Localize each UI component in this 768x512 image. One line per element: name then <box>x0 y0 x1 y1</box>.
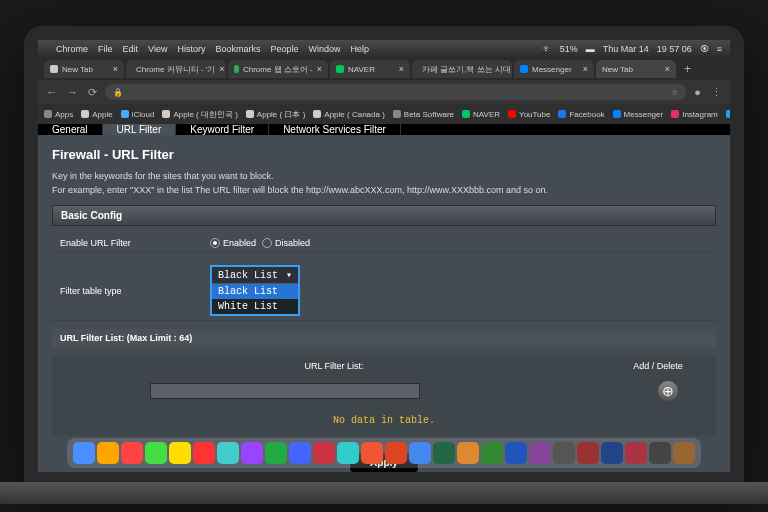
menubar-extra-icon[interactable]: ≡ <box>717 44 722 54</box>
menu-history[interactable]: History <box>177 44 205 54</box>
globe-icon <box>50 65 58 73</box>
bookmark-youtube[interactable]: YouTube <box>508 110 550 119</box>
menu-help[interactable]: Help <box>350 44 369 54</box>
date: Thu Mar 14 <box>603 44 649 54</box>
tab-3[interactable]: Chrome 웹 스토어 - × <box>228 60 328 78</box>
close-icon[interactable]: × <box>113 64 118 74</box>
profile-icon[interactable]: ● <box>692 86 703 98</box>
menu-icon[interactable]: ⋮ <box>709 86 724 99</box>
bookmark-naver[interactable]: NAVER <box>462 110 500 119</box>
bookmark-apple[interactable]: Apple <box>81 110 112 119</box>
dock-app-icon[interactable] <box>313 442 335 464</box>
battery-icon[interactable]: ▬ <box>586 44 595 54</box>
bookmark-apple-ca[interactable]: Apple ( Canada ) <box>313 110 384 119</box>
naver-icon <box>336 65 344 73</box>
battery-percent: 51% <box>560 44 578 54</box>
tab-1[interactable]: New Tab × <box>44 60 124 78</box>
time: 19 57 06 <box>657 44 692 54</box>
messenger-icon <box>520 65 528 73</box>
bookmark-twitter[interactable]: 트위터 <box>726 109 730 120</box>
dock-app-icon[interactable] <box>337 442 359 464</box>
option-white-list[interactable]: White List <box>212 299 298 314</box>
menu-people[interactable]: People <box>270 44 298 54</box>
menu-edit[interactable]: Edit <box>123 44 139 54</box>
url-filter-input[interactable] <box>150 383 420 399</box>
dock-app-icon[interactable] <box>289 442 311 464</box>
dock-app-icon[interactable] <box>169 442 191 464</box>
dock-app-icon[interactable] <box>265 442 287 464</box>
tab-keyword-filter[interactable]: Keyword Filter <box>176 124 269 135</box>
dock-app-icon[interactable] <box>529 442 551 464</box>
wifi-icon[interactable]: ᯤ <box>543 44 552 54</box>
tab-label: New Tab <box>602 65 633 74</box>
star-icon[interactable]: ☆ <box>671 88 678 97</box>
dock-app-icon[interactable] <box>481 442 503 464</box>
dock-app-icon[interactable] <box>553 442 575 464</box>
filter-type-select[interactable]: Black List ▾ Black List White List <box>210 265 300 316</box>
tab-7[interactable]: New Tab × <box>596 60 676 78</box>
dock-app-icon[interactable] <box>361 442 383 464</box>
dock-app-icon[interactable] <box>73 442 95 464</box>
bookmark-messenger[interactable]: Messenger <box>613 110 664 119</box>
add-button[interactable]: ⊕ <box>658 381 678 401</box>
tab-label: Messenger <box>532 65 572 74</box>
dock-app-icon[interactable] <box>409 442 431 464</box>
url-filter-list-header: URL Filter List: (Max Limit : 64) <box>52 329 716 347</box>
close-icon[interactable]: × <box>399 64 404 74</box>
dock-app-icon[interactable] <box>649 442 671 464</box>
bookmark-apple-kr[interactable]: Apple ( 대한민국 ) <box>162 109 237 120</box>
option-black-list[interactable]: Black List <box>212 284 298 299</box>
enable-url-filter-label: Enable URL Filter <box>60 238 210 248</box>
bookmark-instagram[interactable]: Instagram <box>671 110 718 119</box>
menu-window[interactable]: Window <box>308 44 340 54</box>
apps-button[interactable]: Apps <box>44 110 73 119</box>
disabled-radio[interactable]: Disabled <box>262 238 310 248</box>
dock-app-icon[interactable] <box>193 442 215 464</box>
dock-app-icon[interactable] <box>121 442 143 464</box>
dock-app-icon[interactable] <box>577 442 599 464</box>
dock-app-icon[interactable] <box>241 442 263 464</box>
dock-app-icon[interactable] <box>145 442 167 464</box>
bookmark-apple-jp[interactable]: Apple ( 日本 ) <box>246 109 305 120</box>
tab-network-services-filter[interactable]: Network Services Filter <box>269 124 401 135</box>
tab-6[interactable]: Messenger × <box>514 60 594 78</box>
search-icon[interactable]: ⦿ <box>700 44 709 54</box>
menu-file[interactable]: File <box>98 44 113 54</box>
tab-5[interactable]: 카페 글쓰기,책 쓰는 시대 × <box>412 60 512 78</box>
bookmark-beta[interactable]: Beta Software <box>393 110 454 119</box>
dock-app-icon[interactable] <box>97 442 119 464</box>
menu-view[interactable]: View <box>148 44 167 54</box>
page-description: Key in the keywords for the sites that y… <box>52 170 716 197</box>
menu-bookmarks[interactable]: Bookmarks <box>215 44 260 54</box>
dock-app-icon[interactable] <box>505 442 527 464</box>
tab-2[interactable]: Chrome 커뮤니티 - '기 × <box>126 60 226 78</box>
new-tab-button[interactable]: + <box>678 62 697 76</box>
dock-app-icon[interactable] <box>601 442 623 464</box>
close-icon[interactable]: × <box>583 64 588 74</box>
dock-app-icon[interactable] <box>457 442 479 464</box>
dock-app-icon[interactable] <box>625 442 647 464</box>
basic-config-header: Basic Config <box>52 205 716 226</box>
back-button[interactable]: ← <box>44 86 59 98</box>
forward-button[interactable]: → <box>65 86 80 98</box>
reload-button[interactable]: ⟳ <box>86 86 99 99</box>
dock-app-icon[interactable] <box>433 442 455 464</box>
lock-icon: 🔒 <box>113 88 123 97</box>
url-input[interactable]: 🔒 ☆ <box>105 84 686 100</box>
dock-app-icon[interactable] <box>385 442 407 464</box>
menu-chrome[interactable]: Chrome <box>56 44 88 54</box>
enabled-radio[interactable]: Enabled <box>210 238 256 248</box>
macos-menubar: Chrome File Edit View History Bookmarks … <box>38 40 730 58</box>
close-icon[interactable]: × <box>317 64 322 74</box>
close-icon[interactable]: × <box>219 64 224 74</box>
close-icon[interactable]: × <box>665 64 670 74</box>
bookmark-icloud[interactable]: iCloud <box>121 110 155 119</box>
tab-url-filter[interactable]: URL Filter <box>103 124 177 135</box>
dock-app-icon[interactable] <box>217 442 239 464</box>
tab-label: Chrome 웹 스토어 - <box>243 64 313 75</box>
bookmark-facebook[interactable]: Facebook <box>558 110 604 119</box>
dock-app-icon[interactable] <box>673 442 695 464</box>
tab-general[interactable]: General <box>38 124 103 135</box>
tab-4[interactable]: NAVER × <box>330 60 410 78</box>
page-title: Firewall - URL Filter <box>52 147 716 162</box>
